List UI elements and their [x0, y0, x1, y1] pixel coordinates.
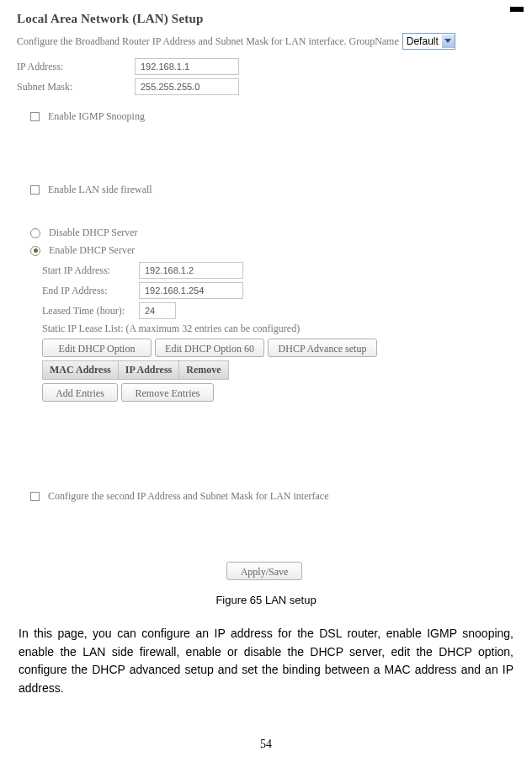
- start-ip-label: Start IP Address:: [42, 264, 139, 277]
- start-ip-input[interactable]: [139, 262, 243, 279]
- end-ip-input[interactable]: [139, 282, 243, 299]
- subnet-mask-label: Subnet Mask:: [17, 81, 135, 93]
- description-text: Configure the Broadband Router IP Addres…: [17, 35, 399, 48]
- table-header-ip: IP Address: [118, 360, 179, 380]
- second-ip-label: Configure the second IP Address and Subn…: [48, 490, 328, 503]
- apply-save-button[interactable]: Apply/Save: [226, 562, 302, 580]
- top-right-notch: [510, 7, 524, 12]
- table-header-remove: Remove: [178, 360, 228, 380]
- svg-marker-0: [444, 39, 451, 43]
- dhcp-advance-setup-button[interactable]: DHCP Advance setup: [268, 339, 377, 357]
- lan-firewall-checkbox[interactable]: [30, 185, 40, 195]
- edit-dhcp-option-60-button[interactable]: Edit DHCP Option 60: [155, 339, 264, 357]
- leased-time-label: Leased Time (hour):: [42, 305, 139, 317]
- figure-caption: Figure 65 LAN setup: [17, 594, 515, 606]
- chevron-down-icon: [442, 35, 455, 48]
- ip-address-label: IP Address:: [17, 61, 135, 73]
- static-lease-label: Static IP Lease List: (A maximum 32 entr…: [42, 323, 300, 335]
- igmp-snooping-checkbox[interactable]: [30, 112, 40, 121]
- radio-selected-dot: [34, 248, 38, 253]
- remove-entries-button[interactable]: Remove Entries: [121, 383, 214, 402]
- edit-dhcp-option-button[interactable]: Edit DHCP Option: [42, 339, 152, 357]
- igmp-snooping-label: Enable IGMP Snooping: [48, 110, 145, 123]
- add-entries-button[interactable]: Add Entries: [42, 383, 118, 402]
- second-ip-checkbox[interactable]: [30, 492, 40, 501]
- section-description: Configure the Broadband Router IP Addres…: [17, 33, 515, 50]
- leased-time-input[interactable]: [139, 302, 176, 319]
- groupname-select[interactable]: Default: [402, 33, 455, 50]
- ip-address-input[interactable]: [135, 58, 239, 75]
- disable-dhcp-radio[interactable]: [30, 228, 40, 238]
- lan-firewall-label: Enable LAN side firewall: [48, 184, 152, 196]
- enable-dhcp-radio[interactable]: [30, 246, 40, 256]
- subnet-mask-input[interactable]: [135, 78, 239, 95]
- groupname-value: Default: [407, 35, 439, 47]
- table-header-mac: MAC Address: [42, 360, 119, 380]
- end-ip-label: End IP Address:: [42, 285, 139, 297]
- section-title: Local Area Network (LAN) Setup: [17, 12, 515, 26]
- body-paragraph: In this page, you can configure an IP ad…: [19, 625, 513, 698]
- disable-dhcp-label: Disable DHCP Server: [49, 227, 138, 239]
- page-number: 54: [0, 738, 532, 751]
- enable-dhcp-label: Enable DHCP Server: [49, 244, 135, 257]
